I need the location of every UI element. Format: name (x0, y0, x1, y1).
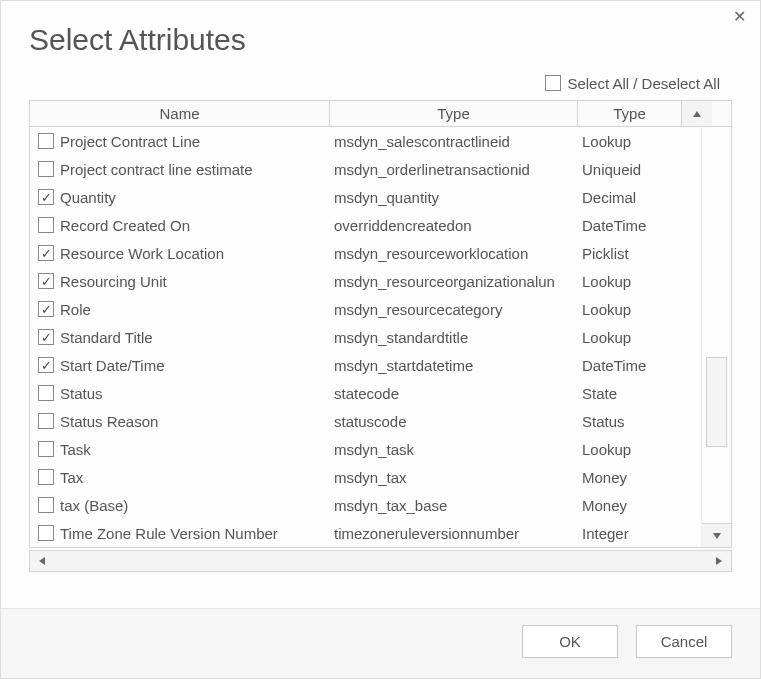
cell-name: Standard Title (30, 329, 330, 346)
row-name-label: Tax (60, 469, 83, 486)
cell-name: Resource Work Location (30, 245, 330, 262)
table-row[interactable]: Quantitymsdyn_quantityDecimal (30, 183, 701, 211)
scroll-up-button[interactable] (682, 101, 712, 126)
svg-marker-3 (716, 557, 722, 565)
table-row[interactable]: Standard Titlemsdyn_standardtitleLookup (30, 323, 701, 351)
row-name-label: Resourcing Unit (60, 273, 167, 290)
scroll-down-button[interactable] (702, 523, 731, 547)
row-checkbox[interactable] (38, 497, 54, 513)
row-checkbox[interactable] (38, 357, 54, 373)
cell-type1: msdyn_standardtitle (330, 329, 578, 346)
row-checkbox[interactable] (38, 413, 54, 429)
row-checkbox[interactable] (38, 189, 54, 205)
row-name-label: Status (60, 385, 103, 402)
table-row[interactable]: Resourcing Unitmsdyn_resourceorganizatio… (30, 267, 701, 295)
cell-type2: Money (578, 469, 682, 486)
row-name-label: Project contract line estimate (60, 161, 253, 178)
cell-name: Resourcing Unit (30, 273, 330, 290)
cell-name: Start Date/Time (30, 357, 330, 374)
col-type1[interactable]: Type (330, 101, 578, 126)
table-row[interactable]: StatusstatecodeState (30, 379, 701, 407)
table-row[interactable]: tax (Base)msdyn_tax_baseMoney (30, 491, 701, 519)
table-row[interactable]: Taskmsdyn_taskLookup (30, 435, 701, 463)
col-type2[interactable]: Type (578, 101, 682, 126)
table-row[interactable]: Project contract line estimatemsdyn_orde… (30, 155, 701, 183)
row-checkbox[interactable] (38, 245, 54, 261)
select-all-row: Select All / Deselect All (1, 71, 760, 100)
cell-name: Task (30, 441, 330, 458)
cell-type1: msdyn_orderlinetransactionid (330, 161, 578, 178)
row-checkbox[interactable] (38, 217, 54, 233)
row-name-label: Quantity (60, 189, 116, 206)
ok-button[interactable]: OK (522, 625, 618, 658)
row-checkbox[interactable] (38, 441, 54, 457)
row-checkbox[interactable] (38, 385, 54, 401)
select-all-checkbox[interactable] (545, 75, 561, 91)
table-row[interactable]: Taxmsdyn_taxMoney (30, 463, 701, 491)
cell-type1: overriddencreatedon (330, 217, 578, 234)
row-name-label: Role (60, 301, 91, 318)
table-row[interactable]: Time Zone Rule Version Numbertimezonerul… (30, 519, 701, 547)
dialog-title: Select Attributes (1, 1, 760, 71)
cell-name: Project Contract Line (30, 133, 330, 150)
cell-type1: statecode (330, 385, 578, 402)
row-name-label: Resource Work Location (60, 245, 224, 262)
table-row[interactable]: Rolemsdyn_resourcecategoryLookup (30, 295, 701, 323)
row-name-label: Project Contract Line (60, 133, 200, 150)
cell-name: Time Zone Rule Version Number (30, 525, 330, 542)
cell-type2: Lookup (578, 273, 682, 290)
row-name-label: Record Created On (60, 217, 190, 234)
table-row[interactable]: Project Contract Linemsdyn_salescontract… (30, 127, 701, 155)
row-checkbox[interactable] (38, 301, 54, 317)
cell-name: Project contract line estimate (30, 161, 330, 178)
cell-type1: msdyn_resourcecategory (330, 301, 578, 318)
cell-type1: timezoneruleversionnumber (330, 525, 578, 542)
scroll-right-button[interactable] (707, 551, 731, 571)
table-body: Project Contract Linemsdyn_salescontract… (30, 127, 701, 547)
scroll-left-button[interactable] (30, 551, 54, 571)
row-name-label: Task (60, 441, 91, 458)
cell-type2: Status (578, 413, 682, 430)
cell-type2: Picklist (578, 245, 682, 262)
table-row[interactable]: Start Date/Timemsdyn_startdatetimeDateTi… (30, 351, 701, 379)
cell-type1: statuscode (330, 413, 578, 430)
cell-type2: Lookup (578, 329, 682, 346)
cell-name: Status (30, 385, 330, 402)
cell-type2: Uniqueid (578, 161, 682, 178)
row-checkbox[interactable] (38, 469, 54, 485)
cell-type1: msdyn_task (330, 441, 578, 458)
col-name[interactable]: Name (30, 101, 330, 126)
table-row[interactable]: Status ReasonstatuscodeStatus (30, 407, 701, 435)
cell-type2: State (578, 385, 682, 402)
row-name-label: Status Reason (60, 413, 158, 430)
cell-type1: msdyn_resourceworklocation (330, 245, 578, 262)
cell-type2: Lookup (578, 301, 682, 318)
cell-name: Role (30, 301, 330, 318)
dialog-footer: OK Cancel (1, 608, 760, 678)
table-row[interactable]: Resource Work Locationmsdyn_resourcework… (30, 239, 701, 267)
cancel-button[interactable]: Cancel (636, 625, 732, 658)
cell-name: tax (Base) (30, 497, 330, 514)
row-checkbox[interactable] (38, 329, 54, 345)
cell-type1: msdyn_salescontractlineid (330, 133, 578, 150)
row-checkbox[interactable] (38, 161, 54, 177)
hscroll-track[interactable] (54, 551, 707, 571)
cell-type2: Money (578, 497, 682, 514)
horizontal-scrollbar[interactable] (29, 550, 732, 572)
row-checkbox[interactable] (38, 273, 54, 289)
cell-type2: Lookup (578, 133, 682, 150)
svg-marker-1 (713, 533, 721, 539)
close-icon[interactable]: ✕ (733, 7, 746, 26)
cell-type1: msdyn_tax_base (330, 497, 578, 514)
table-row[interactable]: Record Created OnoverriddencreatedonDate… (30, 211, 701, 239)
cell-type1: msdyn_quantity (330, 189, 578, 206)
cell-type1: msdyn_tax (330, 469, 578, 486)
row-name-label: Time Zone Rule Version Number (60, 525, 278, 542)
row-checkbox[interactable] (38, 525, 54, 541)
row-checkbox[interactable] (38, 133, 54, 149)
row-name-label: Start Date/Time (60, 357, 164, 374)
table-header: Name Type Type (30, 101, 731, 127)
cell-type2: Integer (578, 525, 682, 542)
scrollbar-thumb[interactable] (706, 357, 727, 447)
vertical-scrollbar[interactable] (701, 127, 731, 547)
